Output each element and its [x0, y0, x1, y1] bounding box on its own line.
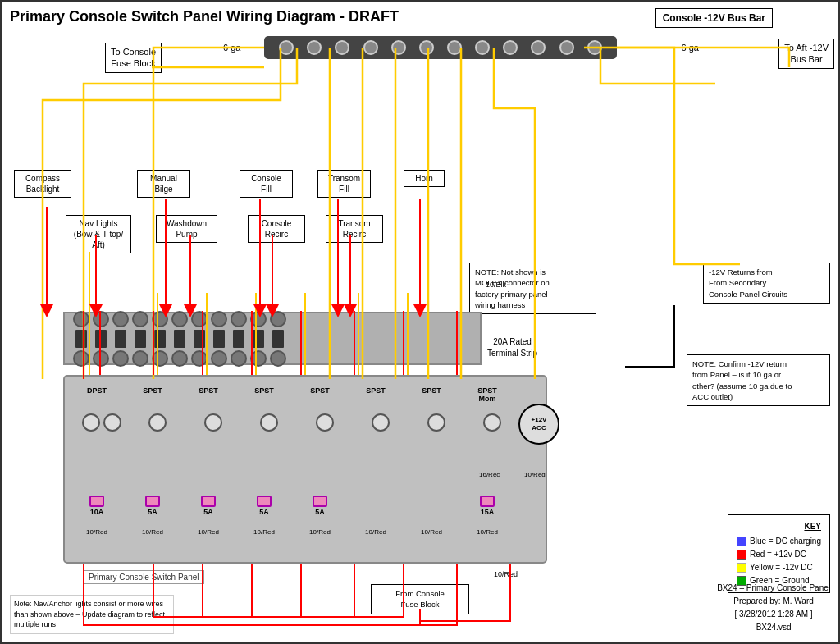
- terminal-6: [419, 40, 434, 55]
- terminal-block-8: [211, 311, 227, 367]
- terminal-8: [475, 40, 490, 55]
- wire-gauge-left: 6 ga: [223, 43, 240, 53]
- key-row-blue: Blue = DC charging: [737, 535, 821, 548]
- wire-label-r5: 10/Red: [294, 528, 345, 536]
- wire-label-r3: 10/Red: [183, 528, 234, 536]
- terminal-block-1: [73, 311, 89, 367]
- bus-bar-strip: [264, 36, 617, 59]
- switch-circle-dpst-l[interactable]: [82, 413, 100, 432]
- terminal-4: [363, 40, 378, 55]
- switch-type-spst-mom: SPSTMom: [462, 386, 513, 403]
- wire-label-r6: 10/Red: [350, 528, 401, 536]
- bottom-note: Note: Nav/Anchor lights consist or more …: [10, 595, 174, 634]
- label-compass: CompassBacklight: [14, 170, 71, 198]
- acc-circle: +12VACC: [518, 404, 559, 445]
- label-console-recirc: ConsoleRecirc: [248, 215, 305, 243]
- label-transom-recirc: TransomRecirc: [326, 215, 383, 243]
- fuse-5a-2: 5A: [183, 496, 234, 516]
- switch-circle-3[interactable]: [260, 413, 278, 432]
- terminal-3: [335, 40, 349, 55]
- key-color-yellow: [737, 563, 746, 573]
- terminal-strip: [63, 312, 482, 365]
- note-12v-return: -12V Returns from From Secondary Console…: [703, 263, 830, 304]
- switch-circle-4[interactable]: [316, 413, 334, 432]
- wire-16red: 16/Rec: [479, 471, 500, 478]
- key-row-yellow: Yellow = -12v DC: [737, 561, 821, 574]
- terminal-block-6: [171, 311, 188, 367]
- terminal-block-4: [132, 311, 148, 367]
- bus-bar-label: Console -12V Bus Bar: [655, 8, 773, 28]
- to-aft-bus-label: To Aft -12V Bus Bar: [778, 39, 834, 69]
- terminal-1: [279, 40, 294, 55]
- wire-label-r8: 10/Red: [462, 528, 513, 536]
- terminal-block-3: [112, 311, 129, 367]
- label-console-fill: ConsoleFill: [240, 170, 293, 198]
- note-confirm: NOTE: Confirm -12V return from Panel – i…: [687, 354, 830, 406]
- switch-circle-2[interactable]: [204, 413, 222, 432]
- fuse-10a: 10A: [71, 496, 122, 516]
- terminal-strip-label: 20A Rated Terminal Strip: [487, 336, 537, 359]
- terminal-11: [559, 40, 574, 55]
- wire-10blk: 10/Blk: [486, 281, 506, 289]
- terminal-10: [531, 40, 546, 55]
- from-console-fuse: From Console Fuse Block: [371, 584, 469, 614]
- fuse-15a: 15A: [462, 496, 513, 516]
- switch-type-spst4: SPST: [294, 386, 345, 403]
- switch-circle-6[interactable]: [427, 413, 445, 432]
- fuse-5a-1: 5A: [127, 496, 178, 516]
- terminal-block-9: [231, 311, 247, 367]
- wire-label-r4: 10/Red: [239, 528, 290, 536]
- label-nav-lights: Nav Lights(Bow & T-top/Aft): [66, 215, 131, 253]
- fuse-5a-4: 5A: [294, 496, 345, 516]
- wire-label-r1: 10/Red: [71, 528, 122, 536]
- switch-type-spst1: SPST: [127, 386, 178, 403]
- switch-type-spst6: SPST: [406, 386, 457, 403]
- switch-panel-label: Primary Console Switch Panel: [84, 570, 204, 584]
- wire-10red-acc: 10/Red: [524, 471, 546, 478]
- label-horn: Horn: [404, 170, 445, 187]
- key-color-blue: [737, 537, 746, 546]
- terminal-block-10: [250, 311, 267, 367]
- switch-type-spst2: SPST: [183, 386, 234, 403]
- key-title: KEY: [737, 520, 821, 533]
- switch-circle-1[interactable]: [148, 413, 167, 432]
- terminal-block-7: [191, 311, 208, 367]
- diagram-container: Primary Console Switch Panel Wiring Diag…: [0, 0, 840, 644]
- terminal-7: [447, 40, 462, 55]
- to-console-fuse-label: To Console Fuse Block: [105, 43, 162, 73]
- terminal-block-2: [93, 311, 109, 367]
- switch-circle-7[interactable]: [483, 413, 501, 432]
- switch-panel: DPST SPST SPST SPST SPST SPST SPST SPSTM…: [63, 375, 547, 564]
- switch-type-spst5: SPST: [350, 386, 401, 403]
- wire-10red-bottom: 10/Red: [494, 570, 518, 578]
- label-manual-bilge: ManualBilge: [137, 170, 190, 198]
- terminal-block-11: [270, 311, 286, 367]
- wire-label-r7: 10/Red: [406, 528, 457, 536]
- terminal-9: [503, 40, 518, 55]
- key-color-red: [737, 550, 746, 560]
- switch-circle-5[interactable]: [372, 413, 390, 432]
- key-row-red: Red = +12v DC: [737, 548, 821, 561]
- switch-type-spst3: SPST: [239, 386, 290, 403]
- label-washdown: WashdownPump: [156, 215, 217, 243]
- terminal-5: [391, 40, 406, 55]
- bottom-info: BX24 – Primary Console Panel Prepared by…: [717, 582, 830, 634]
- switch-circle-dpst-r[interactable]: [103, 413, 121, 432]
- terminal-block-5: [152, 311, 168, 367]
- label-transom-fill: TransomFill: [317, 170, 371, 198]
- terminal-12: [587, 40, 602, 55]
- terminal-2: [307, 40, 322, 55]
- wire-gauge-right: 6 ga: [682, 43, 699, 53]
- switch-type-dpst: DPST: [71, 386, 122, 403]
- wire-label-r2: 10/Red: [127, 528, 178, 536]
- diagram-title: Primary Console Switch Panel Wiring Diag…: [10, 8, 399, 25]
- fuse-5a-3: 5A: [239, 496, 290, 516]
